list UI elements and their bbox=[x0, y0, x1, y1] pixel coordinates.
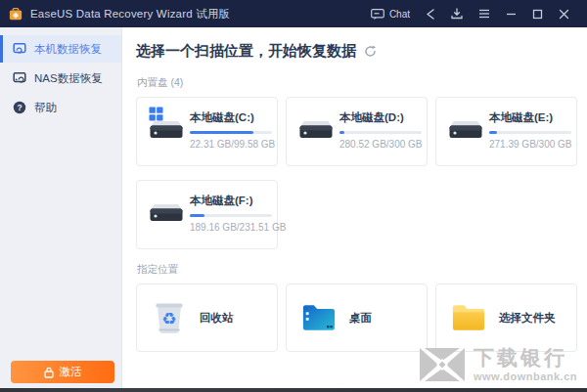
choose-folder-icon bbox=[451, 300, 486, 335]
app-logo-icon bbox=[9, 7, 23, 21]
lock-icon bbox=[44, 367, 54, 378]
capacity-bar bbox=[339, 131, 422, 134]
drive-name: 本地磁盘(C:) bbox=[190, 110, 267, 125]
location-card-choose-folder[interactable]: 选择文件夹 bbox=[435, 283, 577, 352]
location-label: 选择文件夹 bbox=[499, 311, 556, 326]
maximize-button[interactable] bbox=[524, 0, 551, 27]
refresh-icon[interactable] bbox=[364, 45, 377, 58]
recycle-bin-icon: ♻ bbox=[152, 300, 187, 335]
hard-disk-icon bbox=[147, 196, 186, 225]
drive-info: 本地磁盘(D:) 280.52 GB/300 GB bbox=[339, 110, 417, 165]
share-button[interactable] bbox=[418, 0, 443, 27]
menu-button[interactable] bbox=[471, 0, 498, 27]
sidebar-item-local-recovery[interactable]: 本机数据恢复 bbox=[0, 35, 121, 63]
watermark-url: www.downbank.cn bbox=[474, 370, 577, 382]
drive-card-e[interactable]: 本地磁盘(E:) 271.39 GB/300 GB bbox=[435, 97, 577, 166]
chat-icon bbox=[371, 9, 384, 20]
capacity-bar bbox=[489, 131, 571, 134]
drive-size: 189.16 GB/231.51 GB bbox=[190, 222, 267, 233]
close-icon bbox=[559, 9, 569, 20]
capacity-bar bbox=[190, 214, 272, 217]
activate-label: 激活 bbox=[60, 365, 82, 379]
close-button[interactable] bbox=[551, 0, 577, 27]
drive-info: 本地磁盘(F:) 189.16 GB/231.51 GB bbox=[190, 194, 267, 248]
chat-button[interactable]: Chat bbox=[363, 0, 418, 27]
drive-card-d[interactable]: 本地磁盘(D:) 280.52 GB/300 GB bbox=[286, 97, 428, 166]
titlebar-controls: Chat bbox=[363, 0, 577, 27]
drive-card-c[interactable]: 本地磁盘(C:) 22.31 GB/99.58 GB bbox=[136, 97, 278, 166]
svg-text:?: ? bbox=[17, 103, 22, 112]
menu-icon bbox=[478, 9, 490, 19]
sidebar-item-nas-recovery[interactable]: NAS数据恢复 bbox=[0, 65, 121, 92]
app-window: EaseUS Data Recovery Wizard 试用版 Chat bbox=[0, 0, 587, 392]
activate-button[interactable]: 激活 bbox=[11, 361, 114, 383]
drive-info: 本地磁盘(E:) 271.39 GB/300 GB bbox=[489, 110, 566, 165]
titlebar: EaseUS Data Recovery Wizard 试用版 Chat bbox=[0, 0, 587, 27]
drive-size: 22.31 GB/99.58 GB bbox=[190, 139, 267, 150]
drive-icon-wrap bbox=[296, 112, 339, 165]
main-content: 选择一个扫描位置，开始恢复数据 内置盘 (4) bbox=[122, 27, 587, 388]
hard-disk-icon bbox=[446, 112, 485, 142]
sidebar-item-label: NAS数据恢复 bbox=[34, 71, 103, 86]
section-label-internal-disks: 内置盘 (4) bbox=[137, 76, 587, 90]
location-card-row: ♻ 回收站 bbox=[136, 283, 587, 352]
hard-disk-icon bbox=[296, 112, 336, 142]
sidebar: 本机数据恢复 NAS数据恢复 ? bbox=[0, 27, 122, 388]
export-button[interactable] bbox=[443, 0, 471, 27]
location-label: 桌面 bbox=[349, 311, 372, 326]
drive-name: 本地磁盘(E:) bbox=[489, 110, 566, 125]
watermark: 下载银行 www.downbank.cn bbox=[420, 347, 577, 382]
windows-logo-icon bbox=[149, 107, 163, 121]
drive-icon-wrap bbox=[147, 196, 190, 248]
desktop-folder-icon bbox=[301, 300, 337, 335]
drive-card-f[interactable]: 本地磁盘(F:) 189.16 GB/231.51 GB bbox=[136, 180, 278, 249]
drive-card-row-2: 本地磁盘(F:) 189.16 GB/231.51 GB bbox=[136, 180, 587, 249]
chat-label: Chat bbox=[389, 9, 410, 20]
sidebar-item-label: 本机数据恢复 bbox=[34, 42, 102, 57]
sidebar-item-help[interactable]: ? 帮助 bbox=[0, 94, 121, 121]
window-title: EaseUS Data Recovery Wizard 试用版 bbox=[30, 7, 230, 22]
drive-info: 本地磁盘(C:) 22.31 GB/99.58 GB bbox=[190, 110, 267, 165]
section-label-specified-locations: 指定位置 bbox=[137, 263, 587, 277]
drive-name: 本地磁盘(D:) bbox=[339, 110, 417, 125]
capacity-bar bbox=[190, 131, 272, 134]
share-icon bbox=[426, 9, 435, 20]
app-body: 本机数据恢复 NAS数据恢复 ? bbox=[0, 27, 587, 388]
drive-size: 280.52 GB/300 GB bbox=[339, 139, 417, 150]
location-label: 回收站 bbox=[200, 311, 234, 326]
drive-name: 本地磁盘(F:) bbox=[190, 194, 267, 208]
drive-size: 271.39 GB/300 GB bbox=[489, 139, 566, 150]
drive-icon-wrap bbox=[446, 112, 489, 165]
help-icon: ? bbox=[13, 101, 26, 114]
drive-card-row-1: 本地磁盘(C:) 22.31 GB/99.58 GB bbox=[136, 97, 587, 166]
pc-recovery-icon bbox=[13, 42, 26, 56]
nas-recovery-icon bbox=[13, 71, 26, 85]
watermark-text: 下载银行 www.downbank.cn bbox=[474, 347, 577, 382]
minimize-button[interactable] bbox=[498, 0, 524, 27]
maximize-icon bbox=[532, 9, 543, 20]
page-title: 选择一个扫描位置，开始恢复数据 bbox=[136, 42, 356, 61]
svg-text:♻: ♻ bbox=[161, 309, 176, 328]
sidebar-item-label: 帮助 bbox=[34, 101, 57, 115]
location-card-desktop[interactable]: 桌面 bbox=[286, 283, 428, 352]
main-header: 选择一个扫描位置，开始恢复数据 bbox=[136, 42, 587, 61]
minimize-icon bbox=[506, 9, 517, 20]
window-bottom-edge bbox=[0, 388, 587, 392]
download-icon bbox=[451, 8, 463, 20]
location-card-recycle-bin[interactable]: ♻ 回收站 bbox=[136, 283, 278, 352]
drive-icon-wrap bbox=[147, 112, 190, 165]
downbank-logo-icon bbox=[420, 348, 465, 381]
